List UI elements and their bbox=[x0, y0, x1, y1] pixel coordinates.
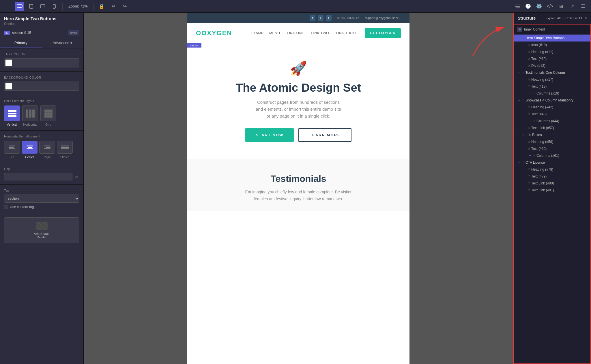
align-left-option[interactable]: Left bbox=[4, 141, 20, 159]
layout-option-horizontal[interactable]: Horizontal bbox=[22, 105, 38, 126]
toolbar-separator-1 bbox=[62, 3, 63, 10]
align-left-btn[interactable] bbox=[4, 141, 20, 154]
settings-button[interactable]: ⚙️ bbox=[534, 2, 544, 11]
twitter-icon[interactable]: t bbox=[326, 15, 332, 21]
tree-text-43[interactable]: ⠿ Text (#43) bbox=[514, 111, 590, 118]
tree-columns-61[interactable]: + ⠿ Columns (#61) bbox=[514, 152, 590, 159]
primary-tab[interactable]: Primary bbox=[0, 38, 42, 48]
close-structure-button[interactable]: × bbox=[584, 16, 587, 21]
tree-heading-17[interactable]: ⠿ Heading (#17) bbox=[514, 76, 590, 83]
hero-section-wrapper: Section 🚀 The Atomic Design Set Construc… bbox=[187, 43, 409, 159]
tree-textlink-80[interactable]: ⠿ Text Link (#80) bbox=[514, 180, 590, 187]
vertical-btn[interactable] bbox=[4, 105, 20, 121]
tree-heading-11[interactable]: ⠿ Heading (#11) bbox=[514, 48, 590, 55]
align-stretch-option[interactable]: Stretch bbox=[57, 141, 73, 159]
horizontal-btn[interactable] bbox=[22, 105, 38, 121]
tree-heading-59[interactable]: ⠿ Heading (#59) bbox=[514, 138, 590, 145]
toggle-infoboxes[interactable]: − bbox=[517, 133, 521, 137]
tree-icon-10[interactable]: ⠿ Icon (#10) bbox=[514, 42, 590, 48]
toggle-cta[interactable]: − bbox=[517, 161, 521, 165]
tree-textlink-81[interactable]: ⠿ Text Link (#81) bbox=[514, 187, 590, 194]
textlink-57-label: Text Link (#57) bbox=[531, 126, 554, 130]
tablet-view-button[interactable] bbox=[27, 2, 36, 11]
heading-59-label: Heading (#59) bbox=[531, 140, 553, 144]
mobile-view-button[interactable] bbox=[50, 2, 59, 11]
textlink-81-label: Text Link (#81) bbox=[531, 188, 554, 192]
menu-button[interactable]: ☰ bbox=[578, 2, 588, 11]
layout-option-grid[interactable]: Grid bbox=[40, 105, 56, 126]
add-button[interactable]: ＋ bbox=[3, 2, 13, 11]
tree-columns-19[interactable]: + ⠿ Columns (#19) bbox=[514, 90, 590, 97]
facebook-icon[interactable]: f bbox=[310, 15, 315, 21]
tree-heading-42[interactable]: ⠿ Heading (#42) bbox=[514, 104, 590, 111]
tree-hero-simple[interactable]: − ⠿ Hero Simple Two Buttons bbox=[514, 35, 590, 42]
tabs-row: Primary Advanced ▾ bbox=[0, 38, 83, 48]
desktop-view-button[interactable] bbox=[15, 2, 24, 11]
structure-button[interactable] bbox=[513, 2, 522, 11]
tree-text-12[interactable]: ⠿ Text (#12) bbox=[514, 55, 590, 62]
id-badge: ID bbox=[4, 31, 10, 35]
tree-textlink-57[interactable]: ⠿ Text Link (#57) bbox=[514, 125, 590, 131]
learn-more-button[interactable]: LEARN MORE bbox=[298, 128, 351, 142]
redo-button[interactable]: ↪ bbox=[120, 2, 129, 11]
external-button[interactable]: ↗ bbox=[567, 2, 577, 11]
expand-all-button[interactable]: ↓ Expand All bbox=[543, 16, 561, 20]
toggle-showcase[interactable]: − bbox=[517, 98, 521, 102]
structure-tree: ⊞ Inner Content − ⠿ Hero Simple Two Butt… bbox=[514, 24, 591, 364]
code-button[interactable]: </> bbox=[545, 2, 555, 11]
history-button[interactable]: 🕐 bbox=[523, 2, 533, 11]
state-button[interactable]: state bbox=[68, 30, 79, 35]
undo-button[interactable]: ↩ bbox=[109, 2, 118, 11]
nav-example-menu[interactable]: EXAMPLE MENU bbox=[251, 31, 280, 35]
nav-link-two[interactable]: LINK TWO bbox=[311, 31, 329, 35]
toggle-hero-simple[interactable]: − bbox=[517, 36, 521, 40]
add-shape-divider-button[interactable]: Add ShapeDivider bbox=[4, 217, 79, 243]
tablet-landscape-button[interactable] bbox=[38, 2, 47, 11]
horizontal-label: Horizontal bbox=[23, 123, 38, 126]
grid-btn[interactable] bbox=[40, 105, 56, 121]
hero-section: 🚀 The Atomic Design Set Construct pages … bbox=[187, 43, 409, 159]
custom-tag-checkbox[interactable] bbox=[4, 205, 8, 209]
align-center-option[interactable]: Center bbox=[22, 141, 38, 159]
tree-text-60[interactable]: ⠿ Text (#60) bbox=[514, 145, 590, 152]
bg-color-swatch[interactable] bbox=[4, 82, 79, 91]
grid-button[interactable]: ⊞ bbox=[556, 2, 566, 11]
tree-testimonials-one-col[interactable]: − ⠿ Testimonials One Column bbox=[514, 69, 590, 76]
nav-cta-button[interactable]: GET OXYGEN bbox=[365, 28, 401, 38]
tree-info-boxes[interactable]: − ⠿ Info Boxes bbox=[514, 131, 590, 138]
nav-links: EXAMPLE MENU LINK ONE LINK TWO LINK THRE… bbox=[251, 28, 401, 38]
toggle-columns44[interactable]: + bbox=[528, 119, 532, 123]
gap-section: Gap px bbox=[0, 163, 83, 185]
toggle-columns19[interactable]: + bbox=[528, 91, 532, 95]
gap-input[interactable] bbox=[4, 173, 72, 180]
text-color-swatch[interactable] bbox=[4, 58, 79, 67]
tree-div-13[interactable]: ⠿ Div (#13) bbox=[514, 62, 590, 69]
grid-label: Grid bbox=[45, 123, 51, 126]
canvas: f i t (678) 999-8212 support@oxygenbuild… bbox=[84, 13, 513, 364]
nav-link-one[interactable]: LINK ONE bbox=[287, 31, 304, 35]
instagram-icon[interactable]: i bbox=[318, 15, 323, 21]
nav-link-three[interactable]: LINK THREE bbox=[336, 31, 358, 35]
id-row: ID section-9-45 state bbox=[0, 28, 83, 38]
tree-showcase-4col[interactable]: − ⠿ Showcase 4 Column Mansonry bbox=[514, 97, 590, 104]
collapse-all-button[interactable]: ↑ Collapse All bbox=[563, 16, 582, 20]
text-43-label: Text (#43) bbox=[531, 112, 547, 116]
tree-text-18[interactable]: ⠿ Text (#18) bbox=[514, 83, 590, 90]
layout-option-vertical[interactable]: Vertical bbox=[4, 105, 20, 126]
tree-heading-78[interactable]: ⠿ Heading (#78) bbox=[514, 166, 590, 173]
align-stretch-btn[interactable] bbox=[57, 141, 73, 154]
lock-button[interactable]: 🔒 bbox=[97, 2, 106, 11]
start-now-button[interactable]: START NOW bbox=[245, 128, 294, 142]
toggle-testimonials[interactable]: − bbox=[517, 71, 521, 75]
tree-cta-license[interactable]: − ⠿ CTA License bbox=[514, 159, 590, 166]
advanced-tab[interactable]: Advanced ▾ bbox=[42, 38, 84, 48]
align-center-btn[interactable] bbox=[22, 141, 38, 154]
child-layout-label: Child Element Layout bbox=[4, 99, 79, 103]
toggle-columns61[interactable]: + bbox=[528, 154, 532, 158]
tree-text-79[interactable]: ⠿ Text (#79) bbox=[514, 173, 590, 180]
tree-columns-44[interactable]: + ⠿ Columns (#44) bbox=[514, 118, 590, 125]
align-right-option[interactable]: Right bbox=[39, 141, 55, 159]
tag-select[interactable]: section div article bbox=[4, 195, 79, 203]
align-right-btn[interactable] bbox=[39, 141, 55, 154]
custom-tag-row: Use custom tag bbox=[4, 205, 79, 209]
